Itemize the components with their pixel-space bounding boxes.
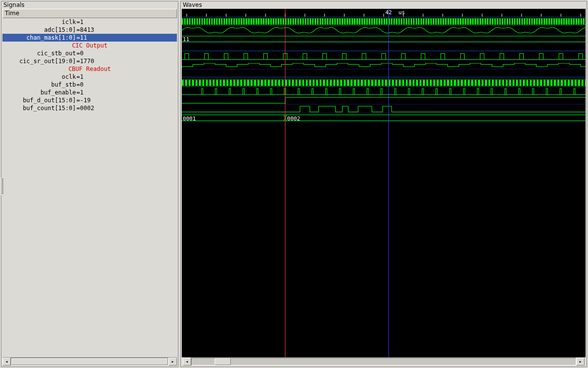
signal-name: buf_stb — [3, 81, 76, 89]
scroll-right-icon[interactable]: ▸ — [576, 358, 585, 366]
svg-rect-318 — [575, 80, 577, 86]
equals-sign: = — [76, 26, 80, 34]
svg-rect-146 — [477, 19, 479, 24]
svg-rect-88 — [335, 19, 336, 24]
svg-rect-122 — [418, 19, 419, 24]
svg-rect-252 — [347, 80, 349, 86]
svg-rect-173 — [544, 19, 545, 24]
scroll-left-icon[interactable]: ◂ — [2, 358, 11, 366]
scroll-track[interactable] — [11, 358, 169, 366]
svg-text:11: 11 — [183, 36, 189, 43]
svg-rect-150 — [487, 19, 489, 24]
signal-row[interactable]: buf_enable =1 — [2, 89, 177, 96]
svg-rect-219 — [234, 80, 236, 86]
svg-rect-182 — [566, 19, 567, 24]
wave-canvas[interactable]: 42us1100010002 — [182, 9, 586, 357]
svg-rect-168 — [531, 19, 533, 24]
svg-rect-286 — [465, 80, 466, 86]
svg-rect-223 — [247, 80, 249, 86]
scroll-thumb[interactable] — [11, 358, 168, 365]
signal-value: 1 — [80, 89, 176, 96]
svg-rect-102 — [369, 19, 370, 24]
svg-rect-277 — [433, 80, 435, 86]
svg-rect-267 — [399, 80, 401, 86]
splitter-handle-icon[interactable] — [1, 178, 4, 195]
wave-svg[interactable]: 42us1100010002 — [182, 9, 586, 357]
signal-row[interactable]: buf_d_out[15:0] =-19 — [2, 96, 177, 104]
svg-rect-85 — [327, 19, 328, 24]
svg-rect-205 — [185, 80, 187, 86]
svg-rect-289 — [475, 80, 477, 86]
svg-rect-149 — [485, 19, 486, 24]
svg-rect-176 — [551, 19, 553, 24]
svg-rect-247 — [330, 80, 332, 86]
svg-rect-206 — [189, 80, 191, 86]
svg-rect-126 — [428, 19, 429, 24]
signal-list[interactable]: iclk =1adc[15:0] =8413chan_mask[1:0] =11… — [2, 18, 177, 357]
svg-rect-127 — [430, 19, 432, 24]
svg-rect-47 — [234, 19, 235, 24]
svg-rect-305 — [530, 80, 532, 86]
signal-row[interactable]: buf_stb =0 — [2, 81, 177, 89]
svg-rect-232 — [278, 80, 280, 86]
svg-rect-278 — [437, 80, 439, 86]
signal-row[interactable]: adc[15:0] =8413 — [2, 26, 177, 34]
svg-rect-32 — [196, 19, 198, 24]
svg-rect-131 — [441, 19, 442, 24]
svg-rect-160 — [512, 19, 513, 24]
signal-row[interactable]: buf_count[15:0] =0002 — [2, 104, 177, 112]
app-root: Signals Time iclk =1adc[15:0] =8413chan_… — [0, 0, 588, 368]
svg-rect-320 — [582, 80, 584, 86]
svg-rect-306 — [533, 80, 535, 86]
signal-name: buf_d_out[15:0] — [3, 96, 76, 104]
signal-row[interactable]: cic_sr_out[19:0] =1770 — [2, 57, 177, 65]
signal-name: buf_count[15:0] — [3, 104, 76, 112]
svg-rect-76 — [305, 19, 306, 24]
svg-rect-163 — [519, 19, 520, 24]
svg-rect-103 — [371, 19, 373, 24]
svg-rect-174 — [546, 19, 548, 24]
svg-rect-64 — [275, 19, 277, 24]
svg-rect-253 — [351, 80, 353, 86]
svg-rect-140 — [463, 19, 464, 24]
svg-rect-164 — [521, 19, 523, 24]
signal-name: adc[15:0] — [3, 26, 76, 34]
svg-rect-101 — [367, 19, 368, 24]
signal-row[interactable]: iclk =1 — [2, 18, 177, 26]
signal-row[interactable]: chan_mask[1:0] =11 — [2, 34, 177, 42]
svg-rect-257 — [365, 80, 367, 86]
svg-rect-80 — [315, 19, 316, 24]
svg-rect-48 — [236, 19, 238, 24]
waves-hscrollbar[interactable]: ◂ ▸ — [183, 357, 585, 366]
svg-rect-155 — [499, 19, 501, 24]
scroll-thumb[interactable] — [215, 358, 231, 365]
signal-row[interactable]: cic_stb_out =0 — [2, 49, 177, 57]
signals-hscrollbar[interactable]: ◂ ▸ — [2, 357, 177, 366]
svg-rect-94 — [349, 19, 351, 24]
svg-rect-287 — [468, 80, 470, 86]
equals-sign: = — [76, 81, 80, 89]
signal-section-header[interactable]: CIC Output — [2, 42, 177, 49]
scroll-right-icon[interactable]: ▸ — [169, 358, 177, 366]
signal-name: chan_mask[1:0] — [3, 34, 76, 42]
svg-rect-38 — [211, 19, 213, 24]
time-column-header[interactable]: Time — [2, 9, 177, 18]
scroll-track[interactable] — [191, 358, 576, 366]
scroll-left-icon[interactable]: ◂ — [183, 358, 191, 366]
svg-rect-112 — [393, 19, 395, 24]
svg-rect-61 — [268, 19, 270, 24]
svg-rect-304 — [526, 80, 528, 86]
svg-rect-148 — [482, 19, 484, 24]
signal-section-header[interactable]: CBUF Readout — [2, 65, 177, 73]
svg-rect-314 — [561, 80, 563, 86]
svg-rect-139 — [460, 19, 462, 24]
svg-rect-35 — [204, 19, 205, 24]
svg-rect-178 — [556, 19, 558, 24]
svg-rect-217 — [226, 80, 228, 86]
signal-row[interactable]: oclk =1 — [2, 73, 177, 81]
signals-title: Signals — [1, 1, 178, 9]
svg-text:0002: 0002 — [287, 115, 300, 122]
svg-rect-244 — [319, 80, 321, 86]
svg-rect-115 — [401, 19, 402, 24]
svg-rect-79 — [312, 19, 314, 24]
